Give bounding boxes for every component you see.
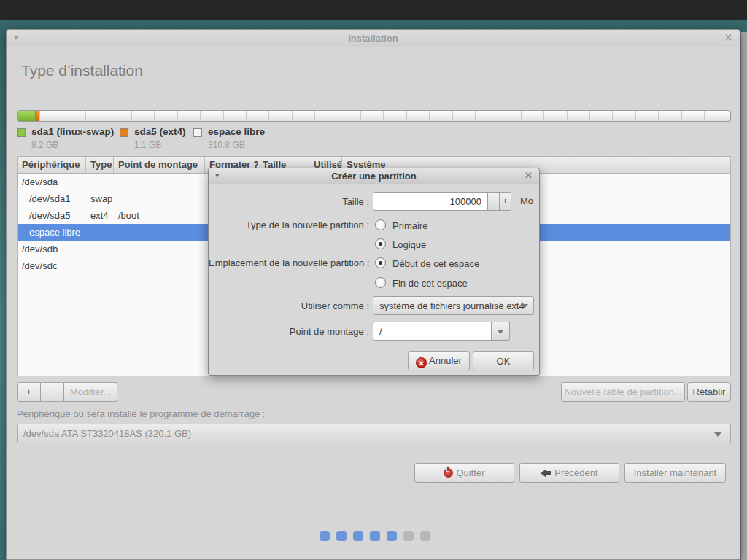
use-as-combobox[interactable]: système de fichiers journalisé ext4 xyxy=(373,296,534,315)
revert-button[interactable]: Rétablir xyxy=(687,382,731,402)
back-arrow-icon xyxy=(541,470,551,477)
power-icon xyxy=(444,468,453,478)
dialog-titlebar[interactable]: ▾ Créer une partition ✕ xyxy=(209,168,539,184)
add-partition-button[interactable]: + xyxy=(17,382,41,402)
radio-label: Fin de cet espace xyxy=(392,278,468,289)
mount-point-combobox: / xyxy=(373,322,510,341)
cancel-button[interactable]: ✕Annuler xyxy=(408,351,470,370)
size-unit-label: Mo xyxy=(520,195,533,206)
spin-plus-button[interactable]: + xyxy=(499,192,511,211)
quit-button[interactable]: Quitter xyxy=(414,463,514,483)
new-partition-table-button[interactable]: Nouvelle table de partition... xyxy=(561,382,685,402)
desktop-top-panel xyxy=(0,0,747,20)
cancel-button-label: Annuler xyxy=(429,355,462,366)
cell-mount: /boot xyxy=(114,207,205,224)
column-header-type[interactable]: Type xyxy=(86,157,114,173)
progress-dot xyxy=(387,531,397,541)
cell-type xyxy=(86,224,114,241)
chevron-down-icon xyxy=(714,432,721,437)
use-as-label: Utiliser comme : xyxy=(209,300,369,311)
remove-partition-button[interactable]: − xyxy=(40,382,64,402)
mount-point-label: Point de montage : xyxy=(209,326,369,337)
boot-device-value: /dev/sda ATA ST3320418AS (320.1 GB) xyxy=(23,428,191,439)
radio-icon[interactable] xyxy=(375,277,386,288)
radio-label: Logique xyxy=(392,239,426,250)
cell-mount xyxy=(114,174,205,190)
progress-dot xyxy=(320,531,330,541)
legend-label: sda5 (ext4) xyxy=(134,126,186,137)
disk-segment-swap xyxy=(18,111,36,121)
dialog-title: Créer une partition xyxy=(209,171,539,182)
install-button-label: Installer maintenant xyxy=(634,467,716,478)
cell-device: /dev/sdb xyxy=(18,241,86,257)
partition-type-label: Type de la nouvelle partition : xyxy=(209,219,369,230)
partition-toolbar: + − Modifier... xyxy=(17,382,117,402)
legend-swatch-swap xyxy=(17,128,26,137)
back-button[interactable]: Précédent xyxy=(519,463,619,483)
boot-device-label: Périphérique où sera installé le program… xyxy=(17,408,265,419)
use-as-value: système de fichiers journalisé ext4 xyxy=(379,300,525,311)
cell-device: /dev/sda1 xyxy=(18,190,86,207)
mount-point-dropdown-button[interactable] xyxy=(491,322,510,341)
cell-device: /dev/sda xyxy=(18,174,86,190)
chevron-down-icon xyxy=(521,304,528,308)
column-header-device[interactable]: Périphérique xyxy=(18,157,86,173)
disk-segment-ext4 xyxy=(36,111,39,121)
disk-usage-bar xyxy=(17,110,731,122)
install-now-button[interactable]: Installer maintenant xyxy=(624,463,726,483)
cell-type xyxy=(86,257,114,274)
cell-type: swap xyxy=(86,190,114,207)
cell-device: espace libre xyxy=(18,224,86,241)
legend-size: 8.2 GB xyxy=(31,140,58,150)
ok-button-label: OK xyxy=(497,356,511,367)
radio-checked-icon[interactable] xyxy=(375,238,386,249)
ok-button[interactable]: OK xyxy=(473,351,534,370)
legend-label: sda1 (linux-swap) xyxy=(31,126,114,137)
cell-mount xyxy=(114,190,205,207)
desktop-edge xyxy=(740,32,747,560)
cell-type xyxy=(86,174,114,190)
cell-mount xyxy=(114,241,205,257)
create-partition-dialog: ▾ Créer une partition ✕ Taille : 100000 … xyxy=(208,168,540,376)
radio-label: Début de cet espace xyxy=(392,258,479,269)
legend-size: 1.1 GB xyxy=(134,140,161,150)
size-spinbox: 100000 − + xyxy=(373,192,511,211)
radio-checked-icon[interactable] xyxy=(375,257,386,268)
boot-device-combobox[interactable]: /dev/sda ATA ST3320418AS (320.1 GB) xyxy=(17,424,731,443)
cell-device: /dev/sda5 xyxy=(18,207,86,224)
column-header-mountpoint[interactable]: Point de montage xyxy=(114,157,205,173)
window-title: Installation xyxy=(7,33,740,44)
partition-location-label: Emplacement de la nouvelle partition : xyxy=(209,257,369,268)
progress-dot xyxy=(336,531,347,541)
cell-device: /dev/sdc xyxy=(18,257,86,274)
progress-dot xyxy=(353,531,363,541)
legend-label: espace libre xyxy=(208,126,265,137)
progress-dot xyxy=(370,531,380,541)
legend-swatch-free xyxy=(193,128,202,137)
cell-mount xyxy=(114,224,205,241)
legend-size: 310.8 GB xyxy=(208,140,245,150)
cell-type: ext4 xyxy=(86,207,114,224)
progress-dot xyxy=(403,531,414,541)
spin-minus-button[interactable]: − xyxy=(487,192,500,211)
wizard-progress-dots xyxy=(320,531,430,541)
window-close-icon[interactable]: ✕ xyxy=(724,32,732,43)
size-label: Taille : xyxy=(209,196,369,207)
legend-swatch-ext4 xyxy=(120,128,128,137)
size-input[interactable]: 100000 xyxy=(373,192,488,211)
cancel-x-icon: ✕ xyxy=(416,357,427,368)
dialog-close-icon[interactable]: ✕ xyxy=(525,170,533,181)
window-titlebar[interactable]: ▾ Installation ✕ xyxy=(7,30,740,47)
back-button-label: Précédent xyxy=(554,467,597,478)
quit-button-label: Quitter xyxy=(456,467,484,478)
cell-mount xyxy=(114,257,205,274)
mount-point-input[interactable]: / xyxy=(373,322,492,341)
chevron-down-icon xyxy=(497,330,504,334)
cell-type xyxy=(86,241,114,257)
edit-partition-button[interactable]: Modifier... xyxy=(63,382,117,402)
radio-label: Primaire xyxy=(392,220,427,231)
progress-dot xyxy=(420,531,430,541)
page-title: Type d’installation xyxy=(21,62,143,79)
radio-icon[interactable] xyxy=(375,219,386,230)
